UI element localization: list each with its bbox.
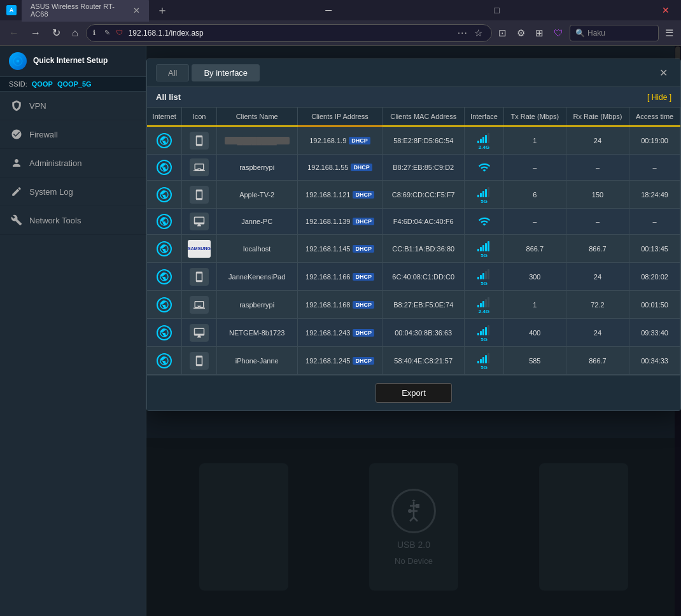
clients-table: Internet Icon Clients Name Clients IP Ad… [147, 108, 680, 375]
extensions-icon[interactable]: ⚙ [514, 25, 528, 41]
sidebar-items: VPN Firewall Administration System Log [0, 92, 146, 616]
home-button[interactable]: ⌂ [68, 25, 82, 41]
device-icon-cell [182, 155, 216, 181]
modal-close-button[interactable]: ✕ [656, 66, 671, 80]
dhcp-badge: DHCP [353, 273, 374, 281]
search-bar[interactable]: 🔍 Haku [570, 25, 659, 41]
signal-cell: 5G [468, 323, 500, 342]
table-row: raspberrypi 192.168.1.168 DHCP B8:27:EB:… [147, 291, 680, 319]
tab-all[interactable]: All [156, 64, 189, 81]
sidebar-item-administration[interactable]: Administration [0, 149, 146, 178]
address-more-button[interactable]: ··· [458, 27, 468, 39]
interface-cell: 5G [465, 347, 504, 375]
bookmark-icon[interactable]: ☆ [472, 25, 485, 41]
back-button[interactable]: ← [5, 25, 23, 41]
ssid-label: SSID: [9, 80, 27, 88]
url-text: 192.168.1.1/index.asp [129, 29, 454, 38]
sidebar-item-vpn[interactable]: VPN [0, 92, 146, 120]
sidebar-item-network-tools[interactable]: Network Tools [0, 206, 146, 235]
tx-cell: 866.7 [503, 235, 566, 263]
svg-rect-3 [477, 141, 479, 143]
clients-table-scroll[interactable]: Internet Icon Clients Name Clients IP Ad… [147, 108, 680, 375]
svg-point-0 [17, 60, 20, 63]
forward-button[interactable]: → [27, 25, 45, 41]
ip-cell: 192.168.1.145 DHCP [297, 235, 382, 263]
svg-rect-10 [482, 191, 484, 197]
ip-cell: 192.168.1.243 DHCP [297, 319, 382, 347]
client-name: iPhone-Janne [216, 347, 297, 375]
internet-cell [147, 263, 182, 291]
sidebar-item-administration-label: Administration [29, 158, 81, 168]
minimize-button[interactable]: ─ [320, 4, 337, 17]
svg-rect-13 [477, 249, 479, 251]
container-icon[interactable]: ⊡ [496, 25, 509, 41]
close-tab-button[interactable]: ✕ [133, 6, 140, 15]
mac-cell: B8:27:EB:F5:0E:74 [383, 291, 465, 319]
signal-cell: 5G [468, 239, 500, 258]
table-row: iPhone-Janne 192.168.1.245 DHCP 58:40:4E… [147, 347, 680, 375]
pocket-icon[interactable]: ⊞ [533, 25, 546, 41]
search-placeholder: Haku [587, 29, 605, 38]
device-icon-cell [182, 126, 216, 155]
ip-cell: 192.168.1.166 DHCP [297, 263, 382, 291]
tx-cell: 6 [503, 181, 566, 209]
protection-icon[interactable]: 🛡 [551, 25, 566, 41]
internet-cell [147, 126, 182, 155]
export-button[interactable]: Export [376, 383, 452, 403]
svg-rect-5 [482, 137, 484, 143]
restore-button[interactable]: □ [489, 4, 504, 17]
internet-globe-icon [157, 133, 172, 148]
shield-icon: 🛡 [116, 29, 125, 38]
sidebar-item-firewall-label: Firewall [29, 130, 58, 139]
svg-rect-28 [477, 333, 479, 335]
mac-cell: B8:27:EB:85:C9:D2 [383, 155, 465, 181]
clients-modal: All By interface ✕ All list [ Hide ] [146, 59, 681, 411]
col-rx-rate: Rx Rate (Mbps) [566, 108, 629, 126]
interface-cell [465, 209, 504, 235]
edit-icon: ✎ [104, 29, 113, 38]
ssid1-value[interactable]: QOOP [32, 80, 53, 88]
hide-link[interactable]: [ Hide ] [647, 93, 671, 102]
col-icon: Icon [182, 108, 216, 126]
access-time-cell: 00:19:00 [629, 126, 680, 155]
browser-tab[interactable]: ASUS Wireless Router RT-AC68 ✕ [22, 0, 149, 22]
signal-cell: 5G [468, 185, 500, 204]
access-time-cell: – [629, 155, 680, 181]
table-row: Janne-PC 192.168.1.139 DHCP F4:6D:04:AC:… [147, 209, 680, 235]
address-bar[interactable]: ℹ ✎ 🛡 192.168.1.1/index.asp ··· ☆ [86, 24, 492, 42]
client-name: Apple-TV-2 [216, 181, 297, 209]
dhcp-badge: DHCP [353, 301, 374, 309]
internet-globe-icon [157, 160, 172, 175]
tab-by-interface[interactable]: By interface [192, 64, 260, 81]
internet-globe-icon [157, 325, 172, 340]
toolbar-icons: ⊡ ⚙ ⊞ 🛡 [496, 25, 566, 41]
ip-cell: 192.168.1.55 DHCP [297, 155, 382, 181]
ssid2-value[interactable]: QOOP_5G [57, 80, 92, 88]
internet-globe-icon [157, 187, 172, 202]
svg-rect-35 [482, 357, 484, 363]
new-tab-button[interactable]: ＋ [157, 3, 168, 18]
sidebar-item-system-log[interactable]: System Log [0, 178, 146, 206]
administration-icon [10, 157, 23, 169]
internet-globe-icon [157, 214, 172, 229]
signal-cell [468, 161, 500, 174]
address-bar-icons: ℹ ✎ 🛡 [93, 29, 125, 38]
svg-rect-36 [485, 355, 487, 363]
mac-cell: F4:6D:04:AC:40:F6 [383, 209, 465, 235]
svg-rect-25 [482, 301, 484, 307]
system-log-icon [10, 185, 23, 198]
reload-button[interactable]: ↻ [48, 24, 64, 41]
menu-button[interactable]: ☰ [663, 25, 676, 41]
rx-cell: 72.2 [566, 291, 629, 319]
close-window-button[interactable]: ✕ [657, 4, 675, 17]
interface-cell: 5G [465, 263, 504, 291]
access-time-cell: 00:34:33 [629, 347, 680, 375]
rx-cell: 24 [566, 126, 629, 155]
rx-cell: 866.7 [566, 347, 629, 375]
mac-cell: 6C:40:08:C1:DD:C0 [383, 263, 465, 291]
svg-rect-7 [488, 133, 489, 143]
rx-cell: 150 [566, 181, 629, 209]
sidebar-item-firewall[interactable]: Firewall [0, 120, 146, 149]
browser-titlebar: A ASUS Wireless Router RT-AC68 ✕ ＋ ─ □ ✕ [0, 0, 681, 20]
svg-rect-11 [485, 189, 487, 197]
